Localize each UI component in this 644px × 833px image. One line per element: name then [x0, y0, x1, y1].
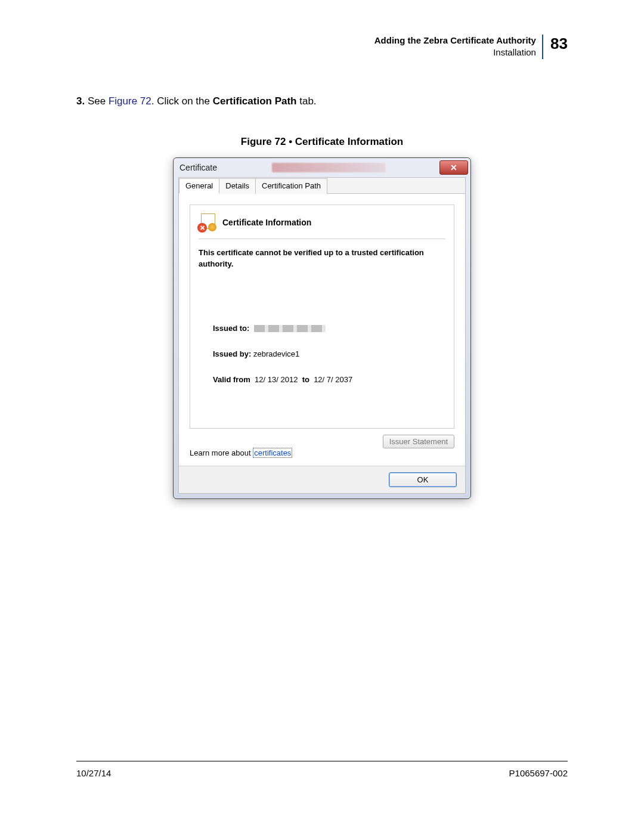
close-icon: ✕	[450, 163, 457, 172]
valid-from-label: Valid from	[213, 375, 250, 384]
dialog-titlebar: Certificate ✕	[174, 158, 470, 177]
tab-strip: General Details Certification Path	[179, 178, 465, 194]
valid-to-value: 12/ 7/ 2037	[314, 375, 352, 384]
issued-by-value: zebradevice1	[253, 349, 299, 358]
figure-reference: Figure 72	[109, 95, 151, 107]
certificate-error-icon: ✕	[199, 213, 216, 231]
page-header: Adding the Zebra Certificate Authority I…	[374, 35, 568, 59]
footer-date: 10/27/14	[76, 768, 111, 778]
footer-rule	[76, 761, 568, 761]
tab-content-general: ✕ Certificate Information This certifica…	[179, 194, 465, 466]
dialog-title: Certificate	[179, 163, 217, 172]
issued-to-label: Issued to:	[213, 324, 249, 333]
valid-from-value: 12/ 13/ 2012	[255, 375, 298, 384]
issued-to-redacted	[254, 325, 326, 332]
step-bold: Certification Path	[213, 95, 297, 107]
ok-button[interactable]: OK	[389, 472, 457, 487]
valid-row: Valid from 12/ 13/ 2012 to 12/ 7/ 2037	[213, 375, 445, 384]
footer-docnum: P1065697-002	[509, 768, 568, 778]
dialog-footer: OK	[179, 466, 465, 493]
close-button[interactable]: ✕	[439, 160, 468, 175]
certificate-info-title: Certificate Information	[222, 218, 311, 227]
tab-details[interactable]: Details	[219, 178, 256, 194]
figure-caption: Figure 72 • Certificate Information	[76, 136, 568, 148]
step-number: 3.	[76, 95, 85, 107]
titlebar-blurred-region	[272, 163, 385, 172]
valid-to-label: to	[302, 375, 309, 384]
issuer-statement-button[interactable]: Issuer Statement	[383, 435, 454, 448]
issued-by-label: Issued by:	[213, 349, 251, 358]
header-subtitle: Installation	[493, 47, 536, 57]
issued-to-row: Issued to:	[213, 324, 445, 333]
header-title: Adding the Zebra Certificate Authority	[374, 35, 536, 45]
page-footer: 10/27/14 P1065697-002	[76, 768, 568, 778]
tab-general[interactable]: General	[179, 178, 219, 194]
learn-more-line: Learn more about certificates	[190, 448, 454, 457]
step-line: 3. See Figure 72. Click on the Certifica…	[76, 95, 568, 107]
body: 3. See Figure 72. Click on the Certifica…	[76, 95, 568, 499]
certificate-info-panel: ✕ Certificate Information This certifica…	[190, 205, 454, 429]
tab-certification-path[interactable]: Certification Path	[255, 178, 327, 194]
certificate-warning-message: This certificate cannot be verified up t…	[199, 247, 445, 270]
page-number: 83	[550, 35, 568, 53]
certificate-dialog-screenshot: Certificate ✕ General Details Certificat…	[173, 157, 471, 499]
issued-by-row: Issued by: zebradevice1	[213, 349, 445, 358]
certificates-link[interactable]: certificates	[253, 448, 292, 458]
